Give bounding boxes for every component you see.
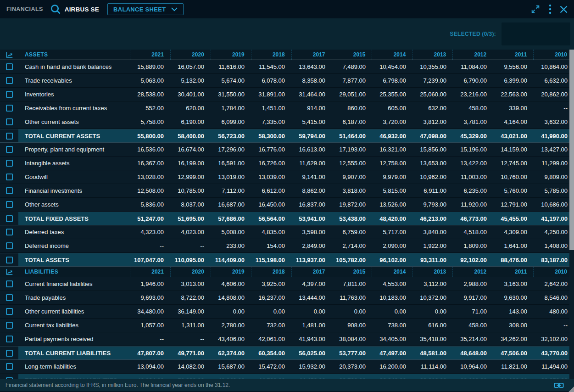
- cell-value: 6,790.00: [453, 74, 493, 87]
- row-label: Deferred income: [18, 239, 130, 252]
- cell-value: 58,300.00: [251, 129, 291, 142]
- row-checkbox[interactable]: [6, 118, 13, 125]
- row-checkbox[interactable]: [6, 105, 13, 112]
- cell-value: 9,917.00: [453, 291, 493, 304]
- row-label: TOTAL CURRENT LIABILITIES: [18, 347, 130, 359]
- kebab-menu-icon[interactable]: [549, 4, 552, 14]
- year-column-header: 2019: [211, 267, 251, 277]
- footer-bar: Financial statement according to IFRS, i…: [0, 379, 574, 391]
- row-checkbox[interactable]: [6, 215, 13, 222]
- cell-value: 58,400.00: [170, 129, 211, 142]
- row-checkbox[interactable]: [6, 280, 13, 287]
- close-icon[interactable]: [560, 6, 568, 13]
- row-checkbox[interactable]: [6, 160, 13, 167]
- cell-value: 113,937.00: [291, 253, 332, 266]
- cell-value: 1,451.00: [251, 101, 291, 115]
- checkbox-cell: [0, 212, 18, 225]
- cell-value: 2,988.00: [453, 277, 493, 291]
- cell-value: 53,941.00: [291, 212, 332, 225]
- vertical-scrollbar-thumb[interactable]: [569, 50, 574, 250]
- cell-value: 16,837.00: [291, 198, 332, 211]
- cell-value: 114,409.00: [211, 253, 251, 266]
- chart-icon[interactable]: [5, 268, 14, 276]
- table-row: Inventories28,538.0030,401.0031,550.0031…: [0, 88, 574, 101]
- cell-value: 339.00: [493, 101, 534, 115]
- row-checkbox[interactable]: [6, 294, 13, 301]
- row-checkbox[interactable]: [6, 336, 13, 342]
- row-checkbox[interactable]: [6, 242, 13, 249]
- cell-value: 16,687.00: [211, 198, 251, 211]
- row-checkbox[interactable]: [6, 229, 13, 235]
- cell-value: 9,793.00: [412, 198, 453, 211]
- cell-value: 46,773.00: [453, 212, 493, 225]
- row-label: Partial payments received: [18, 332, 130, 346]
- cell-value: 10,785.00: [170, 184, 211, 197]
- statement-type-dropdown[interactable]: BALANCE SHEET: [107, 3, 184, 15]
- row-checkbox[interactable]: [6, 146, 13, 153]
- year-column-header: 2020: [170, 267, 211, 277]
- cell-value: 10,962.00: [412, 170, 453, 184]
- row-checkbox[interactable]: [6, 77, 13, 84]
- cell-value: 1,784.00: [211, 101, 251, 115]
- row-checkbox[interactable]: [6, 91, 13, 98]
- year-column-header: 2015: [332, 267, 372, 277]
- cell-value: 9,907.00: [332, 170, 372, 184]
- section-header-row: ASSETS2021202020192018201720152014201320…: [0, 50, 574, 60]
- cell-value: 4,250.00: [534, 225, 574, 239]
- row-checkbox[interactable]: [6, 257, 13, 263]
- row-checkbox[interactable]: [6, 133, 13, 140]
- row-label: Current financial liabilities: [18, 277, 130, 291]
- row-label: Inventories: [18, 88, 130, 101]
- cell-value: 5,758.00: [130, 115, 170, 129]
- row-checkbox[interactable]: [6, 363, 13, 370]
- cell-value: 34,480.00: [130, 305, 170, 318]
- cell-value: 16,591.00: [211, 157, 251, 170]
- row-checkbox[interactable]: [6, 174, 13, 180]
- cell-value: 35,214.00: [453, 332, 493, 346]
- vertical-scrollbar-track[interactable]: [569, 50, 574, 379]
- cell-value: 233.00: [211, 239, 251, 252]
- cell-value: 41,943.00: [291, 332, 332, 346]
- row-checkbox[interactable]: [6, 201, 13, 208]
- checkbox-cell: [0, 253, 18, 266]
- year-column-header: 2019: [211, 50, 251, 60]
- cell-value: 6,759.00: [332, 225, 372, 239]
- cell-value: 5,132.00: [170, 74, 211, 87]
- year-column-header: 2012: [452, 267, 493, 277]
- chart-icon[interactable]: [5, 50, 14, 59]
- row-checkbox[interactable]: [6, 308, 13, 315]
- cell-value: 6,798.00: [372, 74, 412, 87]
- cell-value: 5,674.00: [211, 74, 251, 87]
- cell-value: 31,464.00: [291, 88, 332, 101]
- section-header-row: LIABILITIES20212020201920182017201520142…: [0, 267, 574, 277]
- table-row: Financial investments12,508.0010,785.007…: [0, 184, 574, 198]
- cell-value: 6,911.00: [412, 184, 453, 197]
- row-checkbox[interactable]: [6, 187, 13, 194]
- cell-value: 3,818.00: [332, 184, 372, 197]
- cell-value: 8,037.00: [170, 198, 211, 211]
- cell-value: 5,836.00: [130, 198, 170, 211]
- cell-value: 616.00: [412, 319, 453, 332]
- link-icon[interactable]: [554, 382, 564, 388]
- selected-counter-label: SELECTED (0/3):: [450, 31, 496, 37]
- row-checkbox[interactable]: [6, 63, 13, 70]
- cell-value: 3,781.00: [453, 115, 493, 129]
- cell-value: 13,444.00: [291, 291, 332, 304]
- search-icon[interactable]: [50, 3, 61, 15]
- cell-value: 51,695.00: [170, 212, 211, 225]
- cell-value: 71.00: [453, 305, 493, 318]
- row-checkbox[interactable]: [6, 350, 13, 357]
- resize-grip[interactable]: [568, 386, 574, 392]
- row-checkbox[interactable]: [6, 322, 13, 329]
- cell-value: 9,979.00: [372, 170, 412, 184]
- cell-value: 13,422.00: [453, 157, 493, 170]
- cell-value: 46,932.00: [372, 129, 412, 142]
- cell-value: 93,311.00: [412, 253, 453, 266]
- cell-value: 16,776.00: [251, 143, 291, 156]
- cell-value: 914.00: [291, 101, 332, 115]
- cell-value: 5,415.00: [291, 115, 332, 129]
- expand-icon[interactable]: [530, 4, 541, 14]
- cell-value: 4,606.00: [211, 277, 251, 291]
- cell-value: 17,193.00: [332, 143, 372, 156]
- checkbox-cell: [0, 332, 18, 346]
